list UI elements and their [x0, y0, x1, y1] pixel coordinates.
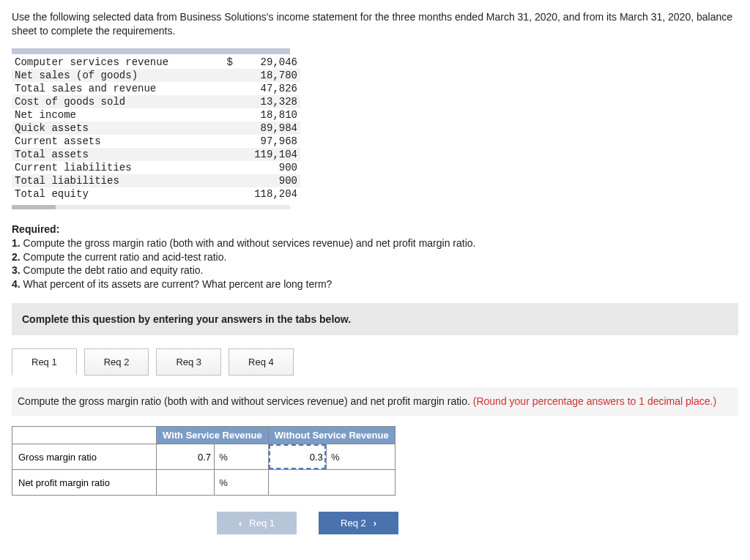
financial-row: Net income18,810 — [12, 108, 300, 122]
financial-row-label: Total sales and revenue — [12, 82, 186, 95]
answer-row: Net profit margin ratio% — [12, 470, 396, 496]
currency-symbol — [186, 161, 236, 174]
ratio-input[interactable] — [157, 470, 214, 495]
tab-instruction: Compute the gross margin ratio (both wit… — [12, 387, 738, 416]
financial-row: Cost of goods sold13,328 — [12, 95, 300, 108]
currency-symbol — [186, 187, 236, 201]
currency-symbol — [186, 122, 236, 135]
financial-row: Net sales (of goods)18,780 — [12, 69, 300, 82]
financial-row-label: Net sales (of goods) — [12, 69, 186, 82]
answer-header-without: Without Service Revenue — [268, 427, 395, 444]
ratio-input[interactable] — [157, 444, 214, 469]
financial-row-value: 18,810 — [236, 108, 300, 122]
answer-table: With Service Revenue Without Service Rev… — [12, 426, 396, 496]
required-heading: Required: — [12, 223, 59, 235]
answer-header-with: With Service Revenue — [157, 427, 269, 444]
answer-cell — [268, 470, 395, 496]
answer-cell: % — [157, 470, 269, 496]
financial-row-label: Net income — [12, 108, 186, 122]
answer-row-label: Net profit margin ratio — [12, 470, 157, 496]
instruction-bar: Complete this question by entering your … — [12, 303, 738, 335]
tabs-row: Req 1Req 2Req 3Req 4 — [12, 348, 738, 376]
next-button[interactable]: Req 2 › — [319, 512, 398, 534]
financial-row-value: 97,968 — [236, 135, 300, 148]
table-highlight-bar — [12, 48, 290, 54]
financial-data-table: Computer services revenue$29,046Net sale… — [12, 56, 300, 201]
currency-symbol — [186, 69, 236, 82]
answer-row-label: Gross margin ratio — [12, 444, 157, 470]
required-item: 3. Compute the debt ratio and equity rat… — [12, 264, 204, 276]
required-item: 2. Compute the current ratio and acid-te… — [12, 251, 226, 263]
financial-row-label: Current assets — [12, 135, 186, 148]
required-item: 4. What percent of its assets are curren… — [12, 278, 332, 290]
answer-cell: % — [157, 444, 269, 470]
financial-row-label: Total equity — [12, 187, 186, 201]
chevron-right-icon: › — [374, 518, 376, 529]
answer-cell: % — [268, 444, 395, 470]
financial-row: Total liabilities900 — [12, 174, 300, 187]
financial-row-value: 119,104 — [236, 148, 300, 161]
horizontal-scroll-hint — [12, 205, 290, 209]
currency-symbol — [186, 148, 236, 161]
financial-row-value: 13,328 — [236, 95, 300, 108]
financial-row-value: 47,826 — [236, 82, 300, 95]
ratio-input[interactable] — [269, 444, 326, 469]
financial-row: Current liabilities900 — [12, 161, 300, 174]
financial-row-value: 900 — [236, 174, 300, 187]
currency-symbol — [186, 135, 236, 148]
financial-row: Computer services revenue$29,046 — [12, 56, 300, 69]
answer-header-blank — [12, 427, 157, 444]
financial-row: Total assets119,104 — [12, 148, 300, 161]
currency-symbol — [186, 174, 236, 187]
financial-row: Total sales and revenue47,826 — [12, 82, 300, 95]
currency-symbol — [186, 82, 236, 95]
nav-row: ‹ Req 1 Req 2 › — [217, 512, 738, 534]
next-button-label: Req 2 — [341, 518, 366, 529]
intro-text: Use the following selected data from Bus… — [12, 10, 738, 38]
financial-row-value: 18,780 — [236, 69, 300, 82]
financial-row-value: 900 — [236, 161, 300, 174]
chevron-left-icon: ‹ — [239, 518, 242, 529]
tab-req-1[interactable]: Req 1 — [12, 348, 77, 376]
financial-row: Total equity118,204 — [12, 187, 300, 201]
financial-row-value: 29,046 — [236, 56, 300, 69]
currency-symbol: $ — [186, 56, 236, 69]
financial-row-label: Quick assets — [12, 122, 186, 135]
financial-row-value: 89,984 — [236, 122, 300, 135]
answer-row: Gross margin ratio%% — [12, 444, 396, 470]
prev-button-label: Req 1 — [249, 518, 275, 529]
currency-symbol — [186, 95, 236, 108]
currency-symbol — [186, 108, 236, 122]
tab-req-2[interactable]: Req 2 — [84, 348, 149, 376]
financial-row: Quick assets89,984 — [12, 122, 300, 135]
financial-row-label: Cost of goods sold — [12, 95, 186, 108]
percent-unit: % — [214, 470, 232, 495]
financial-row-value: 118,204 — [236, 187, 300, 201]
percent-unit: % — [326, 444, 344, 469]
percent-unit: % — [214, 444, 232, 469]
financial-row-label: Current liabilities — [12, 161, 186, 174]
tab-req-3[interactable]: Req 3 — [156, 348, 221, 376]
financial-row-label: Total liabilities — [12, 174, 186, 187]
required-item: 1. Compute the gross margin ratio (both … — [12, 237, 475, 249]
financial-row-label: Computer services revenue — [12, 56, 186, 69]
financial-row: Current assets97,968 — [12, 135, 300, 148]
required-block: Required: 1. Compute the gross margin ra… — [12, 223, 738, 291]
tab-req-4[interactable]: Req 4 — [229, 348, 294, 376]
prev-button[interactable]: ‹ Req 1 — [217, 512, 297, 534]
financial-row-label: Total assets — [12, 148, 186, 161]
